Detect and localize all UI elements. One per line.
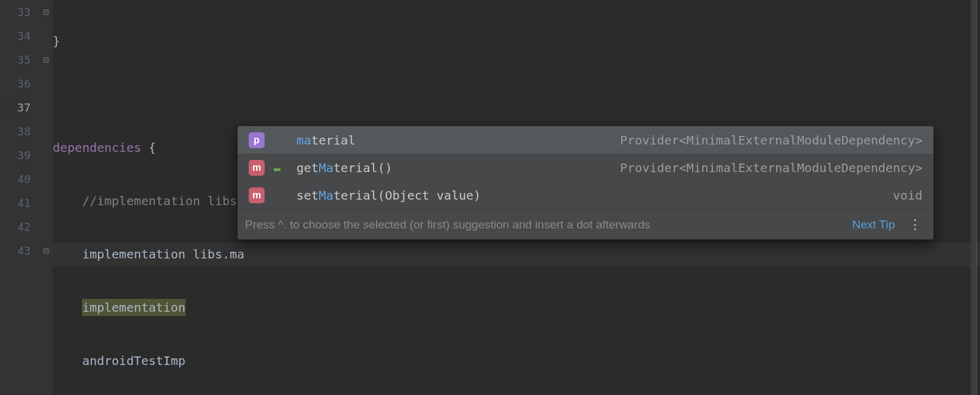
gutter-line: 40 [0,167,31,191]
fold-spacer [39,24,53,48]
autocomplete-item[interactable]: m setMaterial(Object value) void [238,181,933,209]
code-line-current: implementation libs.ma [53,243,980,266]
fold-close-icon[interactable]: ⊟ [39,239,53,263]
gutter-line: 43 [0,239,31,263]
autocomplete-label: setMaterial(Object value) [296,188,893,203]
autocomplete-popup: p material Provider<MinimalExternalModul… [238,126,933,239]
gutter-line: 33 [0,0,31,24]
autocomplete-label: getMaterial() [296,160,620,175]
fold-open-icon[interactable]: ⊟ [39,48,53,72]
gutter-line-current: 37 [0,96,31,119]
autocomplete-type: Provider<MinimalExternalModuleDependency… [620,160,922,175]
autocomplete-type: void [893,188,922,203]
method-icon: m [249,160,265,176]
code-line: implementation [53,296,980,320]
gutter-line: 39 [0,143,31,167]
code-line [53,83,980,107]
editor-scrollbar[interactable] [970,0,977,395]
gutter-line: 34 [0,24,31,48]
property-icon: p [249,132,265,148]
next-tip-link[interactable]: Next Tip [852,218,895,231]
gutter: 33 34 35 36 37 38 39 40 41 42 43 [0,0,39,395]
fold-column: ⊟ ⊟ ⊟ [39,0,53,395]
gutter-line: 38 [0,119,31,143]
code-line: androidTestImp [53,349,980,373]
code-line: } [53,29,980,53]
read-access-icon [272,163,282,173]
autocomplete-hint-text: Press ^. to choose the selected (or firs… [245,218,841,231]
gutter-line: 42 [0,215,31,239]
autocomplete-label: material [296,133,620,148]
autocomplete-item[interactable]: p material Provider<MinimalExternalModul… [238,126,933,154]
method-icon: m [249,187,265,203]
fold-close-icon[interactable]: ⊟ [39,0,53,24]
autocomplete-item[interactable]: m getMaterial() Provider<MinimalExternal… [238,154,933,181]
gutter-line: 41 [0,191,31,215]
autocomplete-type: Provider<MinimalExternalModuleDependency… [620,133,922,148]
autocomplete-hint-bar: Press ^. to choose the selected (or firs… [238,209,933,239]
gutter-line: 36 [0,72,31,96]
more-options-icon[interactable]: ⋮ [908,217,922,233]
gutter-line: 35 [0,48,31,72]
